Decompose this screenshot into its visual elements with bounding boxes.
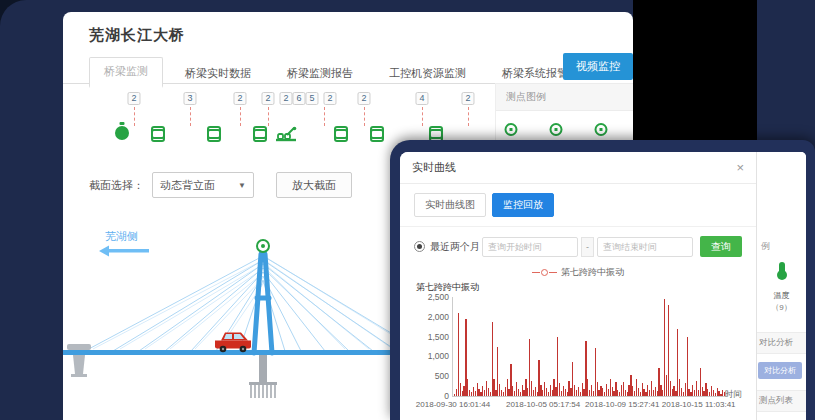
legend-label: 第七跨跨中振动	[561, 266, 624, 279]
bridge-icon[interactable]	[275, 126, 297, 142]
main-tab[interactable]: 桥梁监测	[89, 57, 163, 88]
sensor-count-badge: 2	[261, 92, 274, 105]
y-axis-tick: 1,500	[428, 332, 449, 342]
query-button[interactable]: 查询	[700, 236, 742, 257]
main-tab[interactable]: 桥梁监测报告	[273, 60, 367, 88]
front-window: 实时曲线 × 实时曲线图监控回放 最近两个月 - 查询	[390, 140, 815, 420]
sensor-dash-line	[364, 107, 365, 126]
range-separator: -	[581, 237, 594, 257]
sensor-item: 2	[125, 92, 143, 148]
dialog-title: 实时曲线	[412, 160, 456, 175]
sensor-count-badge: 2	[461, 92, 474, 105]
compare-section-header: 对比分析	[757, 332, 806, 354]
sensor-item	[203, 92, 221, 148]
sensor-dash-line	[190, 107, 191, 126]
sensor-dash-line	[134, 107, 135, 126]
sensor-dash-line	[422, 107, 423, 126]
x-axis-tick: 2018-10-15 11:03:41	[662, 400, 736, 409]
realtime-curve-dialog: 实时曲线 × 实时曲线图监控回放 最近两个月 - 查询	[400, 152, 757, 420]
y-axis-tick: 500	[435, 371, 449, 381]
sensor-dash-line	[468, 107, 469, 126]
bridge-deck	[63, 350, 399, 355]
chevron-down-icon: ▼	[238, 181, 246, 190]
temperature-label: 温度	[757, 290, 806, 301]
left-arrow-icon	[99, 246, 149, 257]
y-axis-tick: 2,500	[428, 292, 449, 302]
section-select-label: 截面选择：	[89, 178, 144, 193]
chart-bar	[687, 337, 688, 396]
ring-icon[interactable]	[505, 123, 518, 136]
car	[215, 333, 251, 353]
bridge-left-pier	[67, 344, 91, 377]
bridge-side-label: 芜湖侧	[105, 230, 138, 242]
chain-icon[interactable]	[370, 126, 380, 142]
sensor-dash-line	[268, 107, 269, 126]
sensor-item	[147, 92, 165, 148]
main-tab[interactable]: 工控机资源监测	[375, 60, 480, 88]
bridge-tower-foundation	[249, 355, 277, 398]
main-tabbar: 桥梁监测桥梁实时数据桥梁监测报告工控机资源监测桥梁系统报警 视频监控	[63, 57, 633, 84]
legend-line-icon	[549, 272, 557, 273]
sensor-item: 3	[181, 92, 199, 148]
temperature-count: （9）	[757, 302, 806, 313]
dialog-tab[interactable]: 监控回放	[492, 193, 554, 217]
ring-icon[interactable]	[595, 123, 608, 136]
sensor-dash-line	[240, 107, 241, 126]
last-two-months-label: 最近两个月	[430, 240, 480, 254]
x-axis-tick: 2018-10-09 15:27:41	[585, 400, 659, 409]
last-two-months-radio[interactable]	[414, 241, 425, 252]
y-axis-tick: 2,000	[428, 312, 449, 322]
chain-icon[interactable]	[207, 126, 217, 142]
video-monitor-button[interactable]: 视频监控	[563, 53, 633, 80]
y-axis-tick: 1,000	[428, 351, 449, 361]
clipped-text-fragment: 例	[761, 240, 770, 253]
legend-marker-icon	[541, 269, 548, 276]
point-list-header: 测点列表	[757, 390, 806, 412]
zoom-section-button[interactable]: 放大截面	[276, 172, 352, 198]
x-axis-tick: 2018-10-05 05:17:54	[506, 400, 580, 409]
legend-line-icon	[532, 272, 540, 273]
vibration-chart: 第七跨跨中振动 时间 2,5002,0001,5001,00050002018-…	[414, 281, 742, 397]
end-time-input[interactable]	[597, 237, 693, 257]
chain-icon[interactable]	[151, 126, 161, 142]
page-title: 芜湖长江大桥	[89, 26, 633, 45]
compare-analysis-button[interactable]: 对比分析	[758, 362, 802, 379]
tower-sensor-icon	[257, 240, 269, 252]
x-axis-tick: 2018-09-30 16:01:44	[416, 400, 490, 409]
right-sidebar-strip: 例 温度 （9） 对比分析 对比分析 测点列表	[757, 152, 806, 420]
sensor-item	[330, 92, 348, 148]
sensor-count-badge: 2	[127, 92, 140, 105]
close-icon[interactable]: ×	[736, 161, 744, 174]
dialog-tabbar: 实时曲线图监控回放	[400, 193, 756, 227]
section-select-dropdown[interactable]: 动态背立面 ▼	[152, 172, 254, 198]
sensor-item	[366, 92, 384, 148]
chart-plot-area: 时间 2,5002,0001,5001,00050002018-09-30 16…	[452, 297, 726, 397]
dialog-tab[interactable]: 实时曲线图	[414, 193, 486, 217]
sensor-item	[277, 92, 295, 148]
sensor-count-badge: 3	[183, 92, 196, 105]
chain-icon[interactable]	[334, 126, 344, 142]
sensor-item: 2	[231, 92, 249, 148]
legend-panel-title: 测点图例	[496, 83, 633, 111]
thermometer-icon[interactable]	[779, 262, 785, 276]
main-tab[interactable]: 桥梁实时数据	[171, 60, 265, 88]
start-time-input[interactable]	[482, 237, 578, 257]
query-controls: 最近两个月 - 查询	[414, 236, 742, 257]
section-select-value: 动态背立面	[160, 178, 215, 193]
chart-legend[interactable]: 第七跨跨中振动	[414, 266, 742, 279]
chart-title: 第七跨跨中振动	[416, 281, 742, 294]
sensor-count-badge: 2	[233, 92, 246, 105]
black-screen-area	[633, 0, 757, 141]
desktop-stage: 芜湖长江大桥 桥梁监测桥梁实时数据桥梁监测报告工控机资源监测桥梁系统报警 视频监…	[0, 0, 815, 420]
ring-icon[interactable]	[550, 123, 563, 136]
